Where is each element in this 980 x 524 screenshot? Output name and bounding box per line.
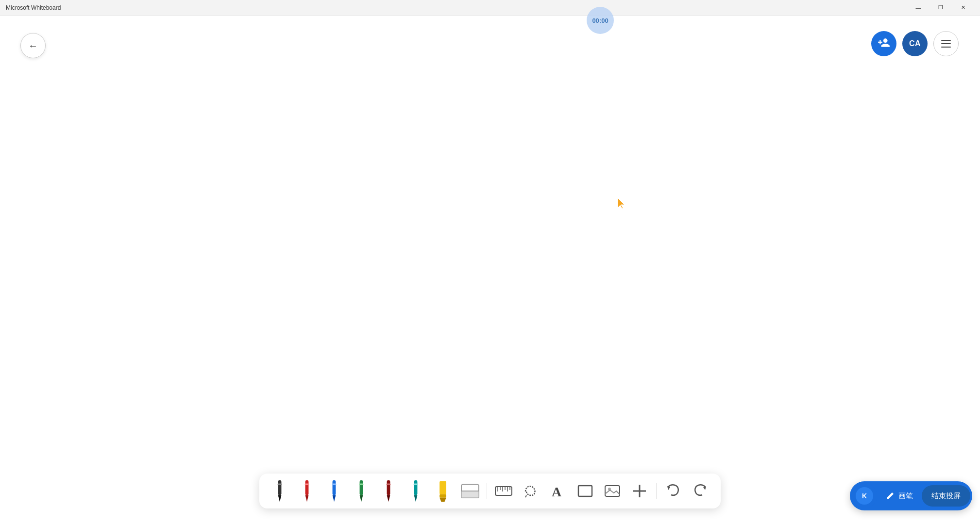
- text-button[interactable]: A: [545, 478, 571, 504]
- add-button[interactable]: [627, 478, 652, 504]
- svg-marker-4: [305, 495, 309, 502]
- svg-marker-16: [414, 495, 418, 502]
- pen-green-button[interactable]: [349, 478, 374, 504]
- pen-darkred-button[interactable]: [376, 478, 401, 504]
- svg-line-31: [525, 495, 526, 497]
- svg-rect-8: [332, 484, 337, 485]
- pen-blue-button[interactable]: [321, 478, 347, 504]
- svg-marker-7: [333, 495, 336, 502]
- pen-blue-icon: [325, 479, 343, 503]
- svg-marker-1: [278, 495, 282, 502]
- svg-rect-9: [360, 480, 363, 495]
- svg-rect-18: [439, 481, 446, 494]
- pen-red-icon: [298, 479, 316, 503]
- undo-button[interactable]: [660, 478, 686, 504]
- title-bar: Microsoft Whiteboard — ❐ ✕: [0, 0, 980, 16]
- menu-button[interactable]: [933, 31, 959, 56]
- redo-button[interactable]: [688, 478, 713, 504]
- pen-red-button[interactable]: [294, 478, 320, 504]
- svg-rect-34: [605, 486, 620, 496]
- lasso-icon: [522, 482, 540, 500]
- highlighter-icon: [434, 479, 452, 503]
- svg-rect-33: [578, 486, 592, 496]
- svg-rect-5: [305, 484, 309, 485]
- pen-darkred-icon: [380, 479, 397, 503]
- shape-button[interactable]: [573, 478, 598, 504]
- app-title: Microsoft Whiteboard: [6, 4, 61, 11]
- back-button[interactable]: ←: [20, 33, 46, 58]
- image-button[interactable]: [600, 478, 625, 504]
- pen-icon: [886, 491, 895, 500]
- pen-teal-icon: [407, 479, 424, 503]
- toolbar-separator-2: [656, 483, 657, 499]
- svg-marker-20: [439, 498, 446, 502]
- timer-bubble: 00:00: [587, 7, 614, 34]
- kimi-logo-icon: K: [855, 486, 874, 506]
- pen-green-icon: [353, 479, 370, 503]
- invite-button[interactable]: [871, 31, 896, 56]
- top-right-controls: CA: [871, 31, 959, 56]
- back-arrow-icon: ←: [28, 40, 38, 51]
- svg-marker-13: [387, 495, 390, 502]
- ruler-icon: [494, 482, 513, 500]
- ruler-button[interactable]: [491, 478, 516, 504]
- eraser-icon: [458, 479, 482, 503]
- person-add-icon: [878, 36, 890, 51]
- restore-button[interactable]: ❐: [929, 0, 952, 16]
- svg-rect-14: [387, 484, 391, 485]
- svg-rect-19: [439, 494, 446, 498]
- svg-rect-17: [414, 484, 418, 485]
- pen-black-button[interactable]: [267, 478, 292, 504]
- highlighter-button[interactable]: [430, 478, 456, 504]
- pen-teal-button[interactable]: [403, 478, 428, 504]
- svg-rect-0: [278, 480, 282, 495]
- undo-icon: [664, 482, 682, 500]
- shape-icon: [576, 482, 594, 500]
- add-icon: [630, 482, 649, 500]
- timer-display: 00:00: [592, 17, 608, 24]
- svg-text:A: A: [552, 484, 562, 499]
- svg-rect-11: [359, 484, 364, 485]
- lasso-button[interactable]: [518, 478, 543, 504]
- minimize-button[interactable]: —: [907, 0, 929, 16]
- redo-icon: [692, 482, 709, 500]
- svg-rect-6: [333, 480, 336, 495]
- close-button[interactable]: ✕: [952, 0, 974, 16]
- draw-pen-button[interactable]: 画笔: [877, 485, 922, 507]
- svg-rect-3: [305, 480, 309, 495]
- bottom-toolbar: A: [259, 474, 721, 508]
- svg-rect-12: [387, 480, 390, 495]
- svg-marker-10: [360, 495, 363, 502]
- avatar-initials: CA: [909, 39, 921, 48]
- bottom-right-bar: K 画笔 结束投屏: [850, 481, 972, 510]
- svg-text:K: K: [862, 492, 867, 500]
- pen-black-icon: [271, 479, 288, 503]
- text-icon: A: [549, 482, 567, 500]
- end-present-button[interactable]: 结束投屏: [922, 485, 970, 507]
- kimi-icon-button[interactable]: K: [852, 483, 877, 508]
- toolbar-separator-1: [487, 483, 487, 499]
- svg-rect-2: [278, 484, 282, 485]
- svg-rect-15: [414, 480, 418, 495]
- draw-pen-label: 画笔: [898, 491, 913, 501]
- whiteboard-canvas[interactable]: [0, 16, 980, 524]
- eraser-button[interactable]: [457, 478, 483, 504]
- window-controls: — ❐ ✕: [907, 0, 974, 16]
- hamburger-icon: [941, 40, 951, 48]
- avatar-button[interactable]: CA: [902, 31, 928, 56]
- svg-rect-22: [461, 491, 479, 498]
- image-icon: [603, 482, 622, 500]
